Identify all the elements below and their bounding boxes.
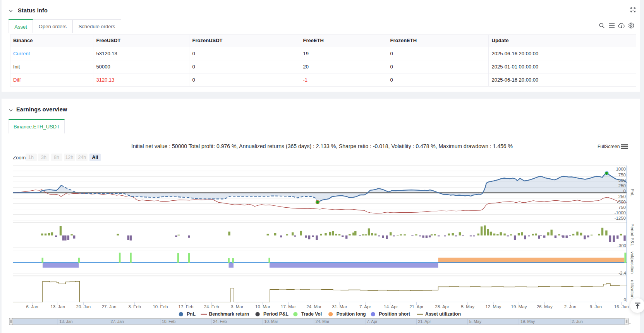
svg-text:17. Mar: 17. Mar	[281, 304, 296, 309]
svg-text:5. May: 5. May	[469, 319, 482, 324]
svg-text:-500: -500	[617, 200, 626, 204]
svg-text:24. Feb: 24. Feb	[204, 304, 219, 309]
svg-text:vol/position: vol/position	[630, 251, 635, 274]
svg-text:26. May: 26. May	[537, 304, 553, 309]
svg-text:9. Jun: 9. Jun	[590, 304, 602, 309]
svg-text:12. May: 12. May	[485, 304, 501, 309]
svg-text:2. Jun: 2. Jun	[572, 319, 583, 324]
svg-text:Position short: Position short	[379, 311, 410, 317]
svg-text:27. Jan: 27. Jan	[111, 319, 124, 324]
svg-text:19. May: 19. May	[511, 304, 527, 309]
svg-text:7. Apr: 7. Apr	[367, 319, 378, 324]
svg-text:utilization: utilization	[630, 280, 635, 299]
svg-text:10. Feb: 10. Feb	[153, 304, 168, 309]
svg-text:10. Feb: 10. Feb	[162, 319, 176, 324]
svg-text:-1000: -1000	[615, 210, 626, 215]
svg-text:10. Mar: 10. Mar	[264, 319, 278, 324]
svg-text:21. Apr: 21. Apr	[409, 304, 424, 309]
svg-text:750: 750	[618, 172, 626, 177]
svg-text:Position long: Position long	[337, 311, 366, 317]
svg-text:1000: 1000	[616, 167, 626, 171]
svg-text:24. Mar: 24. Mar	[316, 319, 330, 324]
svg-text:2. Jun: 2. Jun	[564, 304, 576, 309]
svg-text:21. Apr: 21. Apr	[418, 319, 431, 324]
svg-text:-750: -750	[617, 205, 626, 210]
svg-text:24. Mar: 24. Mar	[306, 304, 321, 309]
svg-text:17. Feb: 17. Feb	[179, 304, 194, 309]
svg-text:20. Jan: 20. Jan	[76, 304, 91, 309]
svg-text:-300: -300	[617, 243, 626, 248]
svg-text:-2.4: -2.4	[618, 271, 626, 275]
svg-text:16. Jun: 16. Jun	[614, 304, 629, 309]
svg-text:Period P&L: Period P&L	[630, 224, 635, 246]
svg-text:24. Feb: 24. Feb	[213, 319, 227, 324]
svg-text:10. Mar: 10. Mar	[255, 304, 270, 309]
svg-text:-1250: -1250	[615, 216, 626, 220]
svg-text:3. Feb: 3. Feb	[128, 304, 141, 309]
svg-text:PnL: PnL	[187, 311, 196, 317]
svg-text:0: 0	[624, 297, 626, 302]
svg-text:13. Jan: 13. Jan	[59, 319, 73, 324]
svg-text:-250: -250	[617, 194, 626, 199]
svg-text:PnL: PnL	[630, 189, 635, 197]
svg-text:500: 500	[618, 178, 626, 183]
svg-text:28. Apr: 28. Apr	[435, 304, 449, 309]
svg-text:3. Mar: 3. Mar	[231, 304, 244, 309]
svg-text:Trade Vol: Trade Vol	[301, 311, 322, 317]
svg-text:13. Jan: 13. Jan	[50, 304, 65, 309]
svg-text:19. May: 19. May	[520, 319, 535, 324]
svg-text:27. Jan: 27. Jan	[102, 304, 117, 309]
svg-text:Benchmark return: Benchmark return	[209, 311, 249, 317]
svg-text:5. May: 5. May	[461, 304, 474, 309]
svg-text:7. Apr: 7. Apr	[359, 304, 371, 309]
svg-text:6. Jan: 6. Jan	[26, 304, 38, 309]
svg-text:31. Mar: 31. Mar	[332, 304, 347, 309]
svg-text:0: 0	[623, 189, 626, 193]
svg-text:14. Apr: 14. Apr	[384, 304, 398, 309]
svg-text:Period P&L: Period P&L	[263, 311, 289, 317]
svg-text:Asset utilization: Asset utilization	[425, 311, 461, 317]
svg-text:250: 250	[618, 183, 626, 188]
